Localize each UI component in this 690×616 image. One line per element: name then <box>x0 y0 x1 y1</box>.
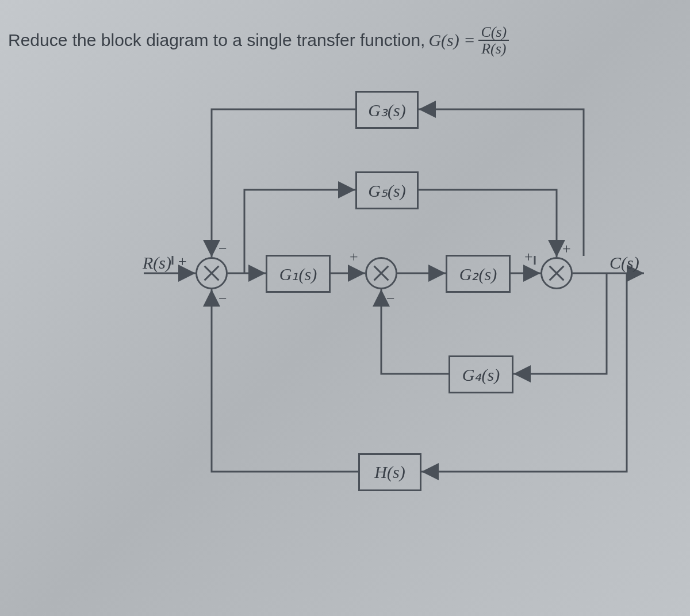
block-g5-label: G₅(s) <box>368 181 405 201</box>
s2-sign-bottom: − <box>386 290 395 308</box>
summing-junction-1 <box>195 257 228 289</box>
block-g3: G₃(s) <box>355 91 419 129</box>
output-label: C(s) <box>610 253 639 273</box>
s1-sign-top: − <box>218 240 227 258</box>
block-g1: G₁(s) <box>266 255 331 293</box>
s3-sign-top: + <box>562 240 571 258</box>
block-g1-label: G₁(s) <box>279 264 317 284</box>
s1-sign-left: + <box>178 253 187 270</box>
signal-wires <box>0 0 690 616</box>
block-g4-label: G₄(s) <box>462 365 500 385</box>
summing-junction-2 <box>365 257 397 289</box>
summing-junction-3 <box>540 257 573 289</box>
block-h: H(s) <box>358 453 421 491</box>
block-g2-label: G₂(s) <box>459 264 497 284</box>
block-g2: G₂(s) <box>446 255 511 293</box>
s2-sign-top: + <box>350 248 358 266</box>
input-label: R(s) <box>143 253 171 273</box>
block-g5: G₅(s) <box>355 171 419 209</box>
block-g4: G₄(s) <box>448 355 513 393</box>
s3-sign-left: + <box>524 248 533 266</box>
s1-sign-bottom: − <box>218 290 227 308</box>
block-g3-label: G₃(s) <box>368 100 405 120</box>
block-h-label: H(s) <box>374 462 405 482</box>
